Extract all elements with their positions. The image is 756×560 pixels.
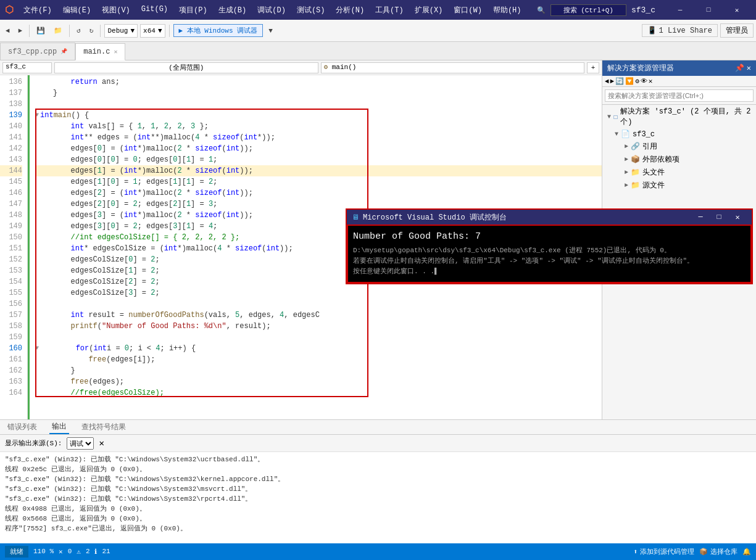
expand-icon-sources: ► (625, 182, 628, 189)
save-all-button[interactable]: 📁 (51, 25, 65, 36)
minimize-button[interactable]: — (666, 0, 694, 20)
tree-item-solution[interactable]: ▼ ☐ 解决方案 'sf3_c' (2 个项目, 共 2 个) (602, 105, 756, 128)
sidebar-filter-button[interactable]: 🔽 (625, 77, 634, 85)
title-bar: ⬡ 文件(F) 编辑(E) 视图(V) Git(G) 项目(P) 生成(B) 调… (0, 0, 756, 20)
tree-item-project[interactable]: ▼ 📄 sf3_c (602, 128, 756, 140)
menu-debug[interactable]: 调试(D) (252, 4, 291, 17)
ref-icon: 🔗 (631, 142, 640, 151)
tab-main-c[interactable]: main.c ✕ (75, 43, 125, 60)
save-button[interactable]: 💾 (33, 25, 48, 36)
sidebar-sync-button[interactable]: 🔄 (615, 77, 624, 85)
func-dropdown[interactable]: ⚙ main() (321, 62, 585, 73)
source-select[interactable]: 调试 (67, 437, 94, 450)
console-title-bar: 🖥 Microsoft Visual Studio 调试控制台 — □ ✕ (347, 210, 752, 224)
console-close[interactable]: ✕ (728, 211, 747, 223)
tab-close-button[interactable]: ✕ (114, 48, 117, 56)
output-line-4: "sf3_c.exe" (Win32): 已加载 "C:\Windows\Sys… (5, 484, 751, 494)
console-maximize[interactable]: □ (710, 211, 728, 223)
tab-sf3-cpp[interactable]: sf3_cpp.cpp 📌 (0, 43, 75, 60)
sidebar-settings-button[interactable]: ⚙ (635, 77, 639, 85)
close-button[interactable]: ✕ (723, 0, 751, 20)
console-detail-1: D:\mysetup\gopath\src\dsy\sf3_c\x64\Debu… (353, 245, 746, 256)
platform-dropdown[interactable]: x64▼ (140, 24, 165, 38)
maximize-button[interactable]: □ (694, 0, 723, 20)
tab-output[interactable]: 输出 (49, 420, 69, 434)
console-minimize[interactable]: — (691, 211, 710, 223)
tree-item-ref[interactable]: ► 🔗 引用 (602, 140, 756, 153)
headers-icon: 📁 (631, 168, 640, 177)
menu-window[interactable]: 窗口(W) (449, 4, 487, 17)
error-icon: ✕ (59, 548, 63, 556)
console-overlay: 🖥 Microsoft Visual Studio 调试控制台 — □ ✕ Nu… (346, 208, 753, 284)
config-dropdown[interactable]: Debug▼ (104, 24, 138, 38)
undo-button[interactable]: ↺ (73, 25, 84, 36)
sidebar-preview-button[interactable]: 👁 (641, 77, 647, 85)
source-control-button[interactable]: ⬆ 添加到源代码管理 (633, 547, 694, 556)
redo-button[interactable]: ↻ (86, 25, 97, 36)
sidebar-back-button[interactable]: ◄ (605, 78, 609, 85)
output-line-3: "sf3_c.exe" (Win32): 已加载 "C:\Windows\Sys… (5, 474, 751, 484)
expand-icon-solution: ▼ (607, 113, 611, 120)
tree-item-sources[interactable]: ► 📁 源文件 (602, 179, 756, 192)
solution-icon: ☐ (613, 112, 618, 121)
live-share-button[interactable]: 📱 1 Live Share (642, 24, 718, 37)
menu-git[interactable]: Git(G) (136, 4, 173, 17)
tab-error-list[interactable]: 错误列表 (5, 420, 39, 434)
message-icon: ℹ (94, 548, 97, 556)
app-icon: ⬡ (5, 4, 14, 16)
source-label: 显示输出来源(S): (5, 439, 62, 448)
output-line-8: 程序"[7552] sf3_c.exe"已退出, 返回值为 0 (0x0)。 (5, 524, 751, 533)
source-control-icon: ⬆ (633, 548, 638, 556)
sidebar-search (602, 87, 756, 105)
window-title: sf3_c (631, 6, 655, 15)
clear-output-button[interactable]: ✕ (99, 438, 104, 448)
output-line-6: 线程 0x4988 已退出, 返回值为 0 (0x0)。 (5, 504, 751, 514)
select-repo-button[interactable]: 📦 选择仓库 (699, 547, 737, 556)
output-line-5: "sf3_c.exe" (Win32): 已加载 "C:\Windows\Sys… (5, 494, 751, 504)
menu-edit[interactable]: 编辑(E) (58, 4, 96, 17)
menu-help[interactable]: 帮助(H) (488, 4, 526, 17)
tree-item-headers[interactable]: ► 📁 头文件 (602, 166, 756, 179)
add-watch-button[interactable]: + (587, 62, 599, 73)
menu-build[interactable]: 生成(B) (214, 4, 252, 17)
external-label: 外部依赖项 (642, 154, 679, 165)
menu-extensions[interactable]: 扩展(X) (410, 4, 448, 17)
sidebar-search-input[interactable] (605, 89, 754, 102)
range-dropdown[interactable]: (全局范围) (54, 62, 318, 73)
warning-count: 2 (86, 548, 90, 555)
zoom-level: 110 % (33, 548, 54, 555)
menu-bar[interactable]: 文件(F) 编辑(E) 视图(V) Git(G) 项目(P) 生成(B) 调试(… (19, 4, 526, 17)
run-button[interactable]: ▶ 本地 Windows 调试器 (173, 24, 264, 37)
sidebar-forward-button[interactable]: ► (610, 78, 615, 85)
scope-dropdown[interactable]: sf3_c (2, 62, 52, 73)
menu-view[interactable]: 视图(V) (97, 4, 135, 17)
sidebar-pin-button[interactable]: 📌 (735, 64, 744, 73)
line-numbers: 136 137 138 139 140 141 142 143 144 145 … (0, 75, 28, 419)
error-count: 0 (68, 548, 72, 555)
manage-button[interactable]: 管理员 (720, 23, 754, 38)
forward-button[interactable]: ► (15, 25, 26, 36)
sidebar-title: 解决方案资源管理器 (607, 63, 674, 73)
search-box[interactable]: 搜索 (Ctrl+Q) (550, 4, 626, 16)
cursor: ▌ (434, 268, 439, 275)
external-icon: 📦 (631, 155, 640, 164)
output-panel: 错误列表 输出 查找符号结果 显示输出来源(S): 调试 ✕ "sf3_c.ex… (0, 419, 756, 543)
tree-item-external[interactable]: ► 📦 外部依赖项 (602, 153, 756, 166)
run-dropdown[interactable]: ▼ (265, 25, 276, 36)
tab-find-symbols[interactable]: 查找符号结果 (79, 420, 128, 434)
expand-icon-project: ▼ (615, 131, 618, 138)
menu-analyze[interactable]: 分析(N) (331, 4, 369, 17)
menu-tools[interactable]: 工具(T) (370, 4, 409, 17)
output-content: "sf3_c.exe" (Win32): 已加载 "C:\Windows\Sys… (0, 452, 756, 543)
menu-project[interactable]: 项目(P) (174, 4, 212, 17)
tab-bar: sf3_cpp.cpp 📌 main.c ✕ (0, 42, 756, 60)
sidebar-close2-button[interactable]: ✕ (649, 77, 653, 85)
status-bar: 就绪 110 % ✕ 0 ⚠ 2 ℹ 21 ⬆ 添加到源代码管理 📦 选择仓库 … (0, 543, 756, 560)
back-button[interactable]: ◄ (2, 25, 13, 36)
menu-file[interactable]: 文件(F) (19, 4, 57, 17)
sidebar-close-button[interactable]: ✕ (747, 64, 751, 73)
window-controls[interactable]: — □ ✕ (666, 0, 751, 20)
sidebar-toolbar: ◄ ► 🔄 🔽 ⚙ 👁 ✕ (602, 76, 756, 87)
ready-indicator: 就绪 (5, 546, 28, 558)
menu-test[interactable]: 测试(S) (292, 4, 330, 17)
